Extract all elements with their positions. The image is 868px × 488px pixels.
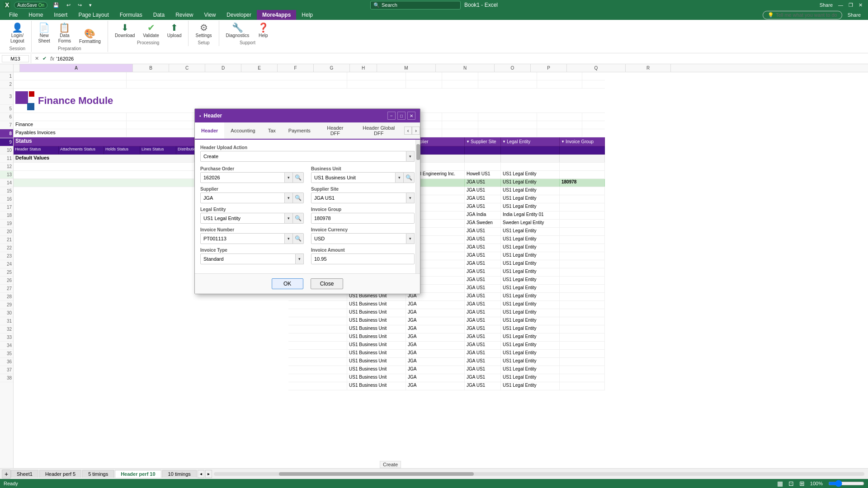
supplier-search-button[interactable]: 🔍 [293,192,304,203]
sheet-scroll-left-button[interactable]: ◂ [198,470,204,472]
formula-input[interactable] [56,56,866,61]
close-dialog-button[interactable]: Close [311,278,344,289]
dialog-title-text: Header [204,113,222,119]
upload-action-input[interactable] [200,151,406,162]
supplier-dropdown-arrow[interactable]: ▾ [285,192,293,203]
minimize-button[interactable]: — [836,2,845,8]
share-label[interactable]: Share [848,12,861,18]
ribbon-group-setup-items: ⚙ Settings [192,22,215,39]
data-forms-button[interactable]: 📋 DataForms [55,22,74,45]
supplier-input[interactable] [200,192,285,203]
undo-button[interactable]: ↩ [65,2,72,8]
tab-help[interactable]: Help [296,10,318,20]
invoice-number-input[interactable] [200,233,285,244]
formatting-button[interactable]: 🎨 Formatting [76,28,104,45]
upload-action-arrow[interactable]: ▾ [406,151,415,162]
tab-view[interactable]: View [199,10,222,20]
bu-dropdown-arrow[interactable]: ▾ [396,172,404,183]
redo-button[interactable]: ↪ [76,2,84,8]
business-unit-input[interactable] [311,172,396,183]
legal-entity-input[interactable] [200,213,285,224]
supplier-site-label: Supplier Site [311,187,415,192]
tab-payments[interactable]: Payments [282,122,317,140]
add-sheet-button[interactable]: + [2,469,11,472]
bu-search-button[interactable]: 🔍 [404,172,415,183]
col-header-O: O [495,64,531,72]
diagnostics-button[interactable]: 🔧 Diagnostics [223,22,253,39]
help-button[interactable]: ❓ Help [254,22,272,39]
setup-group-label: Setup [198,40,209,45]
invoice-number-currency-group: Invoice Number ▾ 🔍 Invoice Currency ▾ [200,227,415,244]
restore-button[interactable]: ❐ [847,2,855,8]
validate-button[interactable]: ✔ Validate [140,22,162,39]
sheet-tab-10-timings[interactable]: 10 timings [162,470,197,472]
tab-tax[interactable]: Tax [262,122,282,140]
customize-qat-button[interactable]: ▾ [87,2,94,8]
legal-entity-dropdown-arrow[interactable]: ▾ [285,213,293,224]
tab-next-button[interactable]: › [412,127,420,135]
tab-data[interactable]: Data [148,10,170,20]
supplier-site-dropdown-arrow[interactable]: ▾ [406,192,415,203]
ok-button[interactable]: OK [272,278,303,289]
invoice-currency-input[interactable] [311,233,406,244]
tab-insert[interactable]: Insert [48,10,73,20]
tab-home[interactable]: Home [23,10,48,20]
dialog-maximize-button[interactable]: □ [397,112,406,120]
cell-name-box[interactable] [2,55,29,62]
invoice-number-label: Invoice Number [200,227,304,232]
supplier-site-input[interactable] [311,192,406,203]
confirm-formula-button[interactable]: ✔ [41,56,48,61]
tab-header[interactable]: Header [195,122,224,140]
row-17: 17 [0,203,13,211]
cell-r37 [560,374,605,382]
tab-formulas[interactable]: Formulas [114,10,148,20]
sheet-tab-5-timings[interactable]: 5 timings [82,470,114,472]
new-sheet-button[interactable]: 📄 NewSheet [35,22,53,45]
tab-header-dff[interactable]: Header DFF [317,122,354,140]
po-search-button[interactable]: 🔍 [293,172,304,183]
invoice-amount-input[interactable] [311,253,415,264]
tab-review[interactable]: Review [170,10,198,20]
invoice-number-dropdown-arrow[interactable]: ▾ [285,233,293,244]
dialog-close-button[interactable]: ✕ [407,112,415,120]
tab-prev-button[interactable]: ‹ [404,127,412,135]
dialog-minimize-button[interactable]: − [387,112,396,120]
tab-header-global-dff[interactable]: Header Global DFF [354,122,404,140]
sheet-scroll-right-button[interactable]: ▸ [205,470,212,472]
purchase-order-input[interactable] [200,172,285,183]
cell-q14: US1 Legal Entity [501,187,560,195]
quick-access-save-button[interactable]: 💾 [51,2,61,8]
dialog-scrollbar[interactable] [415,140,420,273]
sheet-tab-header-perf-10[interactable]: Header perf 10 [115,470,161,472]
tab-more4apps[interactable]: More4apps [257,10,296,20]
row-35: 35 [0,350,13,358]
login-logout-button[interactable]: 👤 Login/Logout [7,22,28,45]
upload-button[interactable]: ⬆ Upload [164,22,185,39]
tab-pagelayout[interactable]: Page Layout [73,10,114,20]
tell-me-box[interactable]: 💡 Tell me what you want to do [763,11,842,19]
sheet-tab-header-perf-5[interactable]: Header perf 5 [39,470,81,472]
download-button[interactable]: ⬇ Download [112,22,138,39]
settings-label: Settings [195,33,212,38]
search-box[interactable]: 🔍 Search [370,1,461,9]
settings-button[interactable]: ⚙ Settings [192,22,215,39]
right-cell-p9 [465,146,501,154]
po-dropdown-arrow[interactable]: ▾ [285,172,293,183]
header-dialog[interactable]: ▪ Header − □ ✕ Header Accounting Tax Pay… [194,108,420,294]
sheet-tab-scroll-controls: ◂ ▸ [198,470,212,472]
cancel-formula-button[interactable]: ✕ [33,56,41,61]
tab-file[interactable]: File [4,10,23,20]
invoice-number-search-button[interactable]: 🔍 [293,233,304,244]
close-button[interactable]: ✕ [857,2,864,8]
invoice-type-dropdown-arrow[interactable]: ▾ [296,253,304,264]
share-button[interactable]: Share [818,2,835,8]
legal-entity-search-button[interactable]: 🔍 [293,213,304,224]
invoice-currency-dropdown-arrow[interactable]: ▾ [406,233,415,244]
invoice-type-input[interactable] [200,253,296,264]
cell-r29 [560,309,605,317]
sheet-tab-sheet1[interactable]: Sheet1 [11,470,38,472]
tab-developer[interactable]: Developer [221,10,257,20]
tab-accounting[interactable]: Accounting [224,122,261,140]
invoice-group-input[interactable] [311,213,415,224]
cell-a1[interactable] [14,72,127,80]
